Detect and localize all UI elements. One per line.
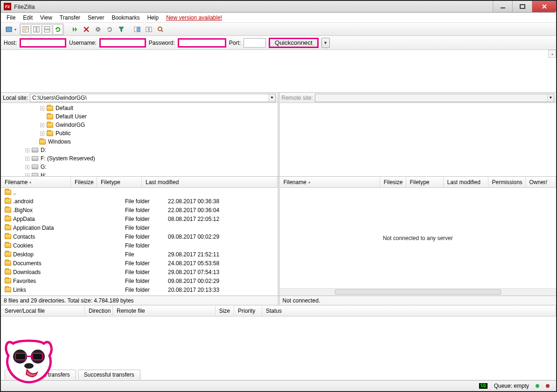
message-log: ▴ [1,50,556,93]
table-row[interactable]: Downloads File folder 29.08.2017 07:54:1… [1,268,278,276]
tree-item[interactable]: +GwindorGG [3,121,276,129]
table-row[interactable]: Cookies File folder [1,241,278,250]
menu-help[interactable]: Help [143,14,162,22]
log-scroll-up[interactable]: ▴ [548,50,556,58]
local-tree[interactable]: +DefaultDefault User+GwindorGG+PublicWin… [1,103,278,176]
col-filesize[interactable]: Filesize [380,177,406,187]
col-filename[interactable]: Filename [1,177,71,187]
activity-led-send [546,384,550,388]
search-icon[interactable] [155,24,166,34]
tree-item[interactable]: Default User [3,112,276,121]
table-row[interactable]: Favorites File folder 09.08.2017 00:02:2… [1,276,278,285]
svg-rect-12 [149,27,152,32]
col-lastmodified[interactable]: Last modified [142,177,278,187]
reconnect-icon[interactable] [104,24,115,34]
tree-item[interactable]: +Public [3,129,276,138]
local-columns: Filename Filesize Filetype Last modified [1,177,278,188]
menu-edit[interactable]: Edit [19,14,36,22]
host-input[interactable] [20,38,66,48]
col-filename[interactable]: Filename [280,177,380,187]
svg-rect-4 [34,27,36,32]
chevron-down-icon[interactable]: ▼ [269,94,275,102]
remote-site-label: Remote site: [282,95,313,101]
menu-server[interactable]: Server [84,14,108,22]
menu-new-version[interactable]: New version available! [162,14,226,22]
svg-point-13 [158,27,162,31]
table-row[interactable]: .. [1,188,278,197]
quickconnect-button[interactable]: Quickconnect [269,38,319,48]
menu-view[interactable]: View [36,14,56,22]
maximize-button[interactable] [512,1,532,12]
svg-rect-0 [501,7,505,8]
close-button[interactable] [532,1,556,12]
username-input[interactable] [99,38,146,48]
table-row[interactable]: AppData File folder 08.08.2017 22:05:12 [1,214,278,223]
table-row[interactable]: Application Data File folder [1,223,278,232]
tree-item[interactable]: +F: (System Reserved) [3,154,276,163]
col-server-local[interactable]: Server/Local file [1,306,85,316]
tree-item[interactable]: Windows [3,138,276,146]
toggle-queue-icon[interactable] [42,24,52,34]
port-label: Port: [229,40,241,46]
host-label: Host: [4,40,17,46]
col-filetype[interactable]: Filetype [97,177,142,187]
tree-item[interactable]: +Default [3,104,276,112]
col-filesize[interactable]: Filesize [71,177,97,187]
port-input[interactable] [244,38,266,48]
table-row[interactable]: .android File folder 22.08.2017 00:36:38 [1,197,278,206]
password-input[interactable] [178,38,226,48]
username-label: Username: [69,40,97,46]
table-row[interactable]: Desktop File 29.08.2017 21:52:11 [1,250,278,259]
col-remote-file[interactable]: Remote file [113,306,216,316]
local-path-combo[interactable]: C:\Users\GwindorGG\ ▼ [30,94,275,102]
queue-columns: Server/Local file Direction Remote file … [1,305,556,316]
local-pathbar: Local site: C:\Users\GwindorGG\ ▼ [1,93,278,103]
sync-browse-icon[interactable] [144,24,154,34]
col-direction[interactable]: Direction [85,306,113,316]
table-row[interactable]: Documents File folder 24.08.2017 05:53:5… [1,259,278,268]
table-row[interactable]: Links File folder 20.08.2017 20:13:33 [1,285,278,294]
statusbar: SQ Queue: empty [1,381,556,391]
toggle-log-icon[interactable] [21,24,31,34]
remote-columns: Filename Filesize Filetype Last modified… [280,177,557,188]
tab-successful-transfers[interactable]: Successful transfers [78,370,140,380]
col-owner[interactable]: Owner/ [526,177,557,187]
remote-horizontal-scrollbar[interactable] [280,288,557,296]
tree-item[interactable]: +H: [3,171,276,176]
cancel-icon[interactable] [81,24,91,34]
activity-led-recv [536,384,539,388]
site-manager-button[interactable] [4,24,14,34]
disconnect-icon[interactable] [93,24,103,34]
minimize-button[interactable] [493,1,512,12]
menu-transfer[interactable]: Transfer [56,14,84,22]
remote-panel: Remote site: ▼ [280,93,557,176]
menu-file[interactable]: File [3,14,19,22]
local-site-label: Local site: [3,95,28,101]
chevron-down-icon[interactable]: ▼ [547,94,554,102]
col-size[interactable]: Size [216,306,234,316]
cartoon-sticker-overlay [4,338,54,385]
remote-empty-message: Not connected to any server [280,188,557,288]
svg-rect-16 [15,353,26,360]
remote-tree[interactable] [280,103,557,176]
table-row[interactable]: .BigNox File folder 22.08.2017 00:36:04 [1,206,278,214]
process-queue-icon[interactable] [70,24,80,34]
tree-item[interactable]: +G: [3,163,276,171]
svg-point-19 [24,363,34,369]
col-status[interactable]: Status [262,306,556,316]
compare-icon[interactable] [132,24,142,34]
tree-item[interactable]: +D: [3,146,276,154]
queue-body[interactable] [1,316,556,368]
remote-path-combo[interactable]: ▼ [315,94,554,102]
col-lastmodified[interactable]: Last modified [444,177,488,187]
table-row[interactable]: Contacts File folder 09.08.2017 00:02:29 [1,232,278,241]
quickconnect-history-button[interactable]: ▼ [321,38,330,48]
local-list-body[interactable]: .. .android File folder 22.08.2017 00:36… [1,188,278,296]
col-priority[interactable]: Priority [234,306,262,316]
toggle-tree-icon[interactable] [31,24,42,34]
menu-bookmarks[interactable]: Bookmarks [108,14,143,22]
col-permissions[interactable]: Permissions [488,177,526,187]
col-filetype[interactable]: Filetype [406,177,444,187]
refresh-icon[interactable] [53,24,63,34]
filter-icon[interactable] [116,24,126,34]
